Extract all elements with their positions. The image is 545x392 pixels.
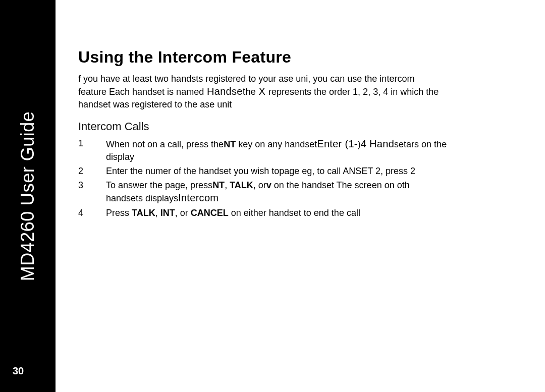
display-text: Intercom [178,192,219,203]
step-number: 3 [78,179,106,205]
text: , [225,180,230,190]
step-text: Press TALK, INT, or CANCEL on either han… [106,207,515,219]
key-label: NT [212,180,225,190]
display-text: 4 Hand [361,138,394,149]
text: on either handset to end the call [229,208,360,218]
text: set [394,139,406,149]
key-label: NT [224,139,236,149]
handset-x: X [256,86,268,97]
step-text: To answer the page, pressNT, TALK, orv o… [106,179,515,205]
text: handsets displays [106,193,178,203]
step-text: Enter the numer of the handset you wish … [106,165,515,177]
text: When not on a call, press the [106,139,224,149]
text: on the handset The screen on oth [271,180,410,190]
intro-text: he [246,87,256,97]
intro-text: f you have at least two hands [78,74,196,84]
text: Enter the numer of the handset you wish … [106,166,279,176]
step-number: 2 [78,165,106,177]
intro-paragraph: f you have at least two handsts register… [78,73,515,111]
text: display [106,152,134,162]
text: ars on the [406,139,447,149]
display-text: Enter (1- [317,138,358,149]
text: To answer the page, press [106,180,212,190]
text: , or [253,180,266,190]
step-item: 1 When not on a call, press theNT key on… [78,137,515,163]
step-text: When not on a call, press theNT key on a… [106,137,515,163]
intro-text: represents the order 1, 2, 3, 4 in which… [268,87,439,97]
subheading: Intercom Calls [78,120,515,133]
page-number: 30 [13,365,24,377]
text: page eg, to call ANSET 2, press 2 [279,166,415,176]
guide-title: MD4260 User Guide [17,111,38,281]
intro-text: handset was registered to the ase unit [78,99,232,109]
step-number: 4 [78,207,106,219]
key-label: CANCEL [191,208,229,218]
intro-text: , you can use the intercom [308,74,414,84]
step-number: 1 [78,137,106,163]
section-title: Using the Intercom Feature [78,48,515,67]
step-item: 4 Press TALK, INT, or CANCEL on either h… [78,207,515,219]
step-item: 2 Enter the numer of the handset you wis… [78,165,515,177]
intro-text: ts registered to your ase uni [196,74,308,84]
key-label: TALK [230,180,253,190]
step-item: 3 To answer the page, pressNT, TALK, orv… [78,179,515,205]
text: key on any handset [236,139,317,149]
key-label: TALK [132,208,155,218]
text: , or [175,208,188,218]
text: , [155,208,160,218]
intro-text: feature Each handset is named [78,87,204,97]
key-label: v [266,180,271,190]
sidebar: MD4260 User Guide 30 [0,0,56,392]
steps-list: 1 When not on a call, press theNT key on… [78,137,515,219]
page-content: Using the Intercom Feature f you have at… [78,48,515,221]
handset-label: Handset [204,86,245,97]
text: Press [106,208,132,218]
key-label: INT [160,208,175,218]
